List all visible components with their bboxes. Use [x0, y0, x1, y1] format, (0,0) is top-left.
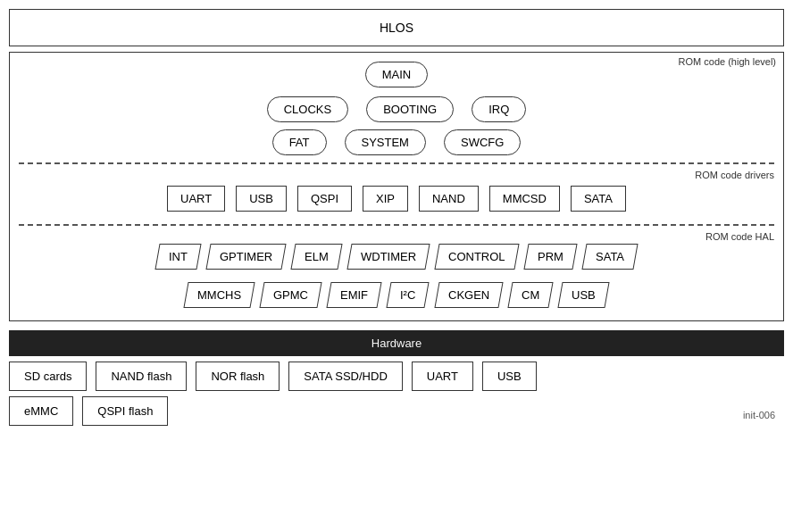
hw-row1: SD cards NAND flash NOR flash SATA SSD/H… [9, 362, 784, 391]
pill-clocks: CLOCKS [267, 96, 348, 122]
rom-row2: CLOCKS BOOTING IRQ [19, 96, 774, 122]
hlos-box: HLOS [9, 9, 784, 46]
hw-emmc: eMMC [9, 396, 73, 426]
hal-wdtimer: WDTIMER [347, 244, 430, 270]
hal-row1: INT GPTIMER ELM WDTIMER CONTROL PRM SATA [19, 244, 774, 270]
rom-hal-section: ROM code HAL INT GPTIMER ELM WDTIMER CON… [19, 229, 774, 312]
driver-qspi: QSPI [297, 186, 352, 212]
hal-control: CONTROL [435, 244, 520, 270]
hw-nand-flash: NAND flash [96, 362, 187, 391]
hw-row2: eMMC QSPI flash [9, 396, 784, 426]
hw-sd-cards: SD cards [9, 362, 87, 391]
hal-cm: CM [507, 282, 553, 308]
footer-label: init-006 [743, 410, 775, 420]
driver-uart: UART [167, 186, 225, 212]
hal-gptimer: GPTIMER [206, 244, 287, 270]
rom-drivers-label: ROM code drivers [695, 170, 774, 180]
pill-system: SYSTEM [345, 129, 426, 155]
hal-usb: USB [558, 282, 610, 308]
hal-row2: MMCHS GPMC EMIF I²C CKGEN CM USB [19, 282, 774, 308]
rom-row3: FAT SYSTEM SWCFG [19, 129, 774, 155]
hal-prm: PRM [523, 244, 577, 270]
hardware-bar: Hardware [9, 330, 784, 356]
hal-int: INT [155, 244, 202, 270]
hal-elm: ELM [291, 244, 343, 270]
rom-high-level-section: ROM code (high level) MAIN CLOCKS BOOTIN… [9, 52, 784, 321]
hlos-label: HLOS [380, 21, 413, 35]
hal-mmchs: MMCHS [184, 282, 255, 308]
dashed-separator-1 [19, 162, 774, 164]
rom-hal-label: ROM code HAL [705, 231, 774, 242]
hal-sata: SATA [581, 244, 638, 270]
hal-gpmc: GPMC [260, 282, 322, 308]
rom-main-row: MAIN [19, 62, 774, 87]
hw-qspi-flash: QSPI flash [82, 396, 168, 426]
pill-swcfg: SWCFG [444, 129, 521, 155]
hw-uart: UART [412, 362, 473, 391]
pill-main: MAIN [365, 62, 429, 87]
pill-irq: IRQ [472, 96, 526, 122]
drivers-row: UART USB QSPI XIP NAND MMCSD SAT [19, 186, 774, 212]
driver-mmcsd: MMCSD [489, 186, 560, 212]
hal-ckgen: CKGEN [434, 282, 503, 308]
pill-fat: FAT [272, 129, 327, 155]
hw-nor-flash: NOR flash [196, 362, 280, 391]
hw-usb: USB [482, 362, 537, 391]
rom-drivers-section: ROM code drivers UART USB QSPI XIP NAND [19, 168, 774, 217]
driver-nand: NAND [419, 186, 479, 212]
dashed-separator-2 [19, 224, 774, 226]
hal-i2c: I²C [387, 282, 430, 308]
driver-usb: USB [236, 186, 287, 212]
driver-xip: XIP [363, 186, 408, 212]
driver-sata: SATA [571, 186, 626, 212]
hal-emif: EMIF [327, 282, 382, 308]
pill-booting: BOOTING [366, 96, 454, 122]
hw-sata-ssd: SATA SSD/HDD [288, 362, 402, 391]
rom-high-label: ROM code (high level) [679, 56, 776, 67]
